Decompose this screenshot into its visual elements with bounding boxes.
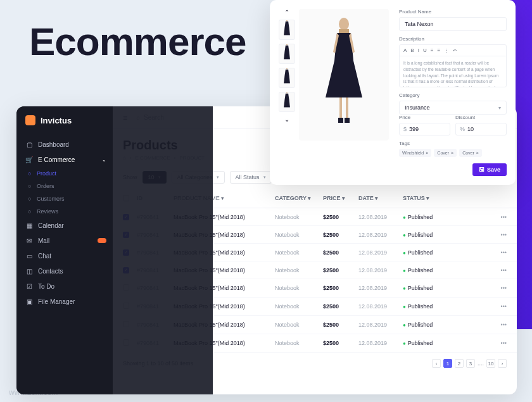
row-checkbox[interactable]: ✓ (123, 249, 129, 256)
tag-chip[interactable]: Cover× (434, 149, 457, 157)
category-select[interactable]: Insurance▾ (399, 101, 507, 115)
close-icon[interactable]: × (451, 151, 453, 155)
page-size-select[interactable]: 10▾ (142, 171, 167, 184)
page-next[interactable]: › (498, 359, 507, 368)
col-id[interactable]: ID (137, 195, 174, 203)
rte-underline-icon[interactable]: U (423, 47, 427, 53)
nav-calendar[interactable]: ▦Calendar (16, 218, 113, 233)
row-actions[interactable]: ••• (453, 340, 507, 346)
table-row[interactable]: ✓#790841MacBook Pro 15"(Mid 2018)Noteboo… (113, 261, 517, 279)
status-select[interactable]: All Status▾ (230, 171, 272, 184)
nav-chat[interactable]: ▭Chat (16, 248, 113, 263)
page-10[interactable]: 10 (486, 359, 495, 368)
close-icon[interactable]: × (476, 151, 479, 155)
thumbnail[interactable] (279, 44, 295, 64)
tag-chip[interactable]: Windshield× (399, 149, 431, 157)
nav-sub-product[interactable]: ○Product (16, 167, 113, 180)
table-row[interactable]: ✓#790841MacBook Pro 15"(Mid 2018)Noteboo… (113, 208, 517, 226)
nav-files[interactable]: ▣File Manager (16, 294, 113, 309)
row-actions[interactable]: ••• (453, 303, 507, 310)
col-name[interactable]: PRODUCT NAME ▾ (174, 195, 275, 203)
table-row[interactable]: #790841MacBook Pro 15"(Mid 2018)Notebook… (113, 298, 517, 316)
nav-sub-reviews[interactable]: ○Reviews (16, 205, 113, 218)
cell-category: Notebook (275, 214, 323, 220)
row-checkbox[interactable]: ✓ (123, 232, 129, 238)
rte-align-icon[interactable]: ≡ (431, 47, 434, 53)
row-actions[interactable]: ••• (453, 267, 507, 273)
rte-italic-icon[interactable]: I (418, 47, 419, 53)
select-all-checkbox[interactable] (123, 195, 129, 201)
row-actions[interactable]: ••• (453, 249, 507, 256)
page-2[interactable]: 2 (455, 359, 464, 368)
table-row[interactable]: #790841MacBook Pro 15"(Mid 2018)Notebook… (113, 316, 517, 334)
tag-chip[interactable]: Cover× (459, 149, 482, 157)
col-status[interactable]: STATUS ▾ (403, 195, 453, 203)
table-row[interactable]: ✓#790841MacBook Pro 15"(Mid 2018)Noteboo… (113, 226, 517, 244)
nav-todo[interactable]: ☑To Do (16, 279, 113, 294)
row-checkbox[interactable] (123, 321, 129, 327)
thumb-next-icon[interactable]: ⌄ (284, 116, 289, 123)
table-row[interactable]: ✓#790841MacBook Pro 15"(Mid 2018)Noteboo… (113, 244, 517, 261)
rte-font-icon[interactable]: A (403, 47, 407, 53)
cell-status: ●Published (403, 322, 453, 328)
brand[interactable]: Invictus (16, 115, 113, 137)
page-3[interactable]: 3 (466, 359, 475, 368)
row-checkbox[interactable] (123, 339, 129, 346)
cell-name: MacBook Pro 15"(Mid 2018) (174, 232, 275, 238)
row-checkbox[interactable]: ✓ (123, 214, 129, 220)
nav-sub-orders[interactable]: ○Orders (16, 180, 113, 192)
nav-dashboard[interactable]: ▢Dashboard (16, 137, 113, 152)
crumb-product[interactable]: PRODUCT (179, 155, 205, 161)
description-editor[interactable]: A B I U ≡ ≡ ⋮ ⤺ It is a long established… (399, 44, 507, 87)
row-actions[interactable]: ••• (453, 285, 507, 291)
row-checkbox[interactable]: ✓ (123, 267, 129, 273)
row-actions[interactable]: ••• (453, 232, 507, 238)
close-icon[interactable]: × (426, 151, 428, 155)
thumbnail[interactable] (279, 92, 295, 112)
tags-input[interactable]: Windshield× Cover× Cover× (399, 149, 507, 157)
col-category[interactable]: CATEGORY ▾ (275, 195, 323, 203)
cell-category: Notebook (275, 322, 323, 328)
rte-bold-icon[interactable]: B (410, 47, 414, 53)
hero-image[interactable] (299, 9, 389, 141)
col-date[interactable]: DATE ▾ (358, 195, 403, 203)
name-input[interactable] (399, 17, 507, 31)
product-edit-modal: ⌃ ⌄ Produc (270, 0, 516, 185)
crumb-ecommerce[interactable]: E COMMERCE (136, 155, 170, 161)
row-checkbox[interactable] (123, 284, 129, 291)
svg-point-2 (286, 68, 288, 69)
home-icon[interactable]: ⌂ (123, 155, 126, 161)
cell-category: Notebook (275, 249, 323, 256)
rte-more-icon[interactable]: ⋮ (444, 47, 449, 53)
row-checkbox[interactable] (123, 303, 129, 309)
row-actions[interactable]: ••• (453, 322, 507, 328)
price-input[interactable]: $399 (399, 123, 450, 135)
rte-undo-icon[interactable]: ⤺ (453, 47, 457, 53)
table-row[interactable]: #790841MacBook Pro 15"(Mid 2018)Notebook… (113, 334, 517, 353)
dot-icon: ○ (28, 208, 32, 215)
discount-input[interactable]: %10 (455, 123, 507, 135)
table-row[interactable]: #790841MacBook Pro 15"(Mid 2018)Notebook… (113, 279, 517, 298)
search-input[interactable]: ⌕Search (136, 114, 164, 121)
page-1[interactable]: 1 (443, 359, 452, 368)
nav-mail[interactable]: ✉Mail (16, 233, 113, 248)
thumb-prev-icon[interactable]: ⌃ (284, 9, 289, 16)
nav-ecommerce[interactable]: 🛒E Commerce⌄ (16, 152, 113, 167)
description-text[interactable]: It is a long established fact that a rea… (400, 56, 506, 87)
row-actions[interactable]: ••• (453, 214, 507, 220)
nav-sub-customers[interactable]: ○Customers (16, 192, 113, 205)
thumbnail[interactable] (279, 68, 295, 88)
save-button[interactable]: 🖫Save (472, 163, 507, 176)
cell-date: 12.08.2019 (358, 232, 403, 238)
rte-list-icon[interactable]: ≡ (437, 47, 440, 53)
svg-point-4 (339, 18, 349, 30)
thumbnail[interactable] (279, 20, 295, 40)
nav-contacts[interactable]: ◫Contacts (16, 263, 113, 279)
cell-price: $2500 (323, 214, 358, 220)
menu-toggle-icon[interactable]: ≡ (123, 113, 127, 122)
col-price[interactable]: PRICE ▾ (323, 195, 358, 203)
dot-icon: ○ (28, 196, 32, 202)
page-prev[interactable]: ‹ (432, 359, 441, 368)
category-select[interactable]: All Categories▾ (172, 171, 225, 184)
cell-price: $2500 (323, 232, 358, 238)
